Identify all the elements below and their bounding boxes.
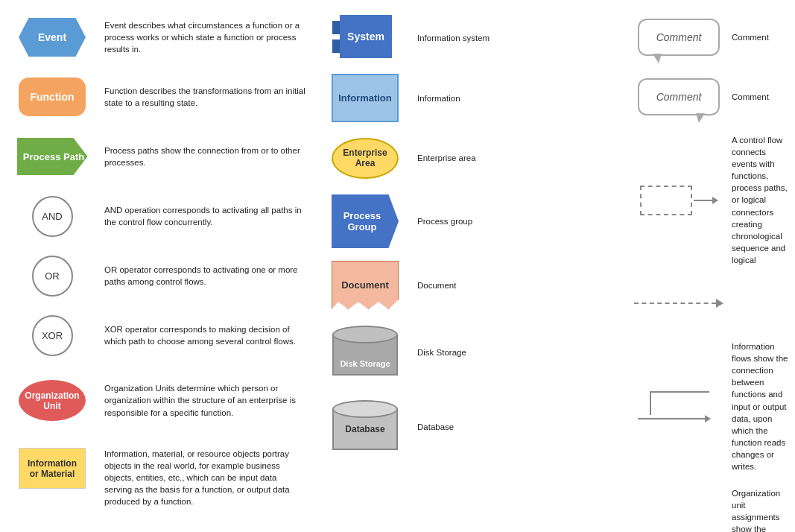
- col3: Comment Comment Comment Comment: [626, 7, 795, 532]
- info-horiz-line: [638, 418, 705, 419]
- col2-shape-enterprise: Enterprise Area: [320, 138, 410, 179]
- information-label: Information: [338, 92, 392, 104]
- and-desc: AND operation corresponds to activating …: [97, 204, 305, 228]
- comment2-text: Comment: [656, 91, 702, 103]
- control-flow-line: [694, 200, 712, 201]
- comment1-text: Comment: [656, 31, 702, 43]
- col2: System Information system Information In…: [313, 7, 626, 532]
- and-shape: AND: [32, 196, 73, 237]
- row-database: Database Database: [313, 390, 626, 464]
- dashed-line-arrow: [634, 299, 723, 308]
- shape-area-event: Event: [7, 18, 97, 57]
- document-label: Document: [341, 279, 389, 291]
- row-event: Event Event describes what circumstances…: [0, 7, 313, 67]
- database-shape: Database: [332, 400, 398, 454]
- shape-area-org-unit: Organization Unit: [7, 380, 97, 421]
- xor-shape: XOR: [32, 315, 73, 356]
- col2-shape-document: Document: [320, 261, 410, 309]
- function-shape: Function: [19, 77, 86, 116]
- info-material-shape: Information or Material: [19, 448, 86, 489]
- col2-shape-database: Database: [320, 400, 410, 454]
- info-material-desc: Information, material, or resource objec…: [97, 448, 305, 507]
- sys-bar-left: [332, 21, 340, 34]
- row-function: Function Function describes the transfor…: [0, 67, 313, 127]
- process-path-desc: Process paths show the connection from o…: [97, 145, 305, 168]
- control-flow-shape: [640, 186, 718, 215]
- comment1-desc: Comment: [727, 31, 791, 43]
- info-material-label: Information or Material: [22, 458, 82, 479]
- or-desc: OR operator corresponds to activating on…: [97, 264, 305, 288]
- org-flow-desc: Organization unit assignments show the c…: [727, 487, 791, 532]
- col3-shape-control-flow: [630, 186, 727, 215]
- info-flow-desc: Information flows show the connection be…: [727, 341, 791, 472]
- row-and: AND AND operation corresponds to activat…: [0, 186, 313, 246]
- row-system: System Information system: [313, 7, 626, 68]
- col3-shape-comment2: Comment: [630, 75, 727, 119]
- and-label: AND: [42, 211, 62, 222]
- process-path-shape: Process Path: [17, 138, 88, 175]
- shape-area-process-path: Process Path: [7, 138, 97, 175]
- row-disk-storage: Disk Storage Disk Storage: [313, 315, 626, 390]
- information-sublabel: Information: [410, 94, 460, 103]
- org-unit-shape: Organization Unit: [19, 380, 86, 421]
- info-vert-line: [650, 393, 651, 415]
- process-group-sublabel: Process group: [410, 217, 472, 226]
- function-desc: Function describes the transformations f…: [97, 85, 305, 109]
- row-comment1: Comment Comment: [626, 7, 795, 67]
- row-org-unit: Organization Unit Organization Units det…: [0, 365, 313, 436]
- or-shape: OR: [32, 256, 73, 297]
- row-xor: XOR XOR operator corresponds to making d…: [0, 305, 313, 365]
- disk-top: [332, 326, 398, 343]
- event-desc: Event describes what circumstances a fun…: [97, 19, 305, 55]
- database-label: Database: [345, 424, 384, 434]
- shape-area-info-material: Information or Material: [7, 448, 97, 489]
- document-shape: Document: [332, 261, 399, 309]
- row-comment2: Comment Comment: [626, 67, 795, 127]
- process-path-label: Process Path: [23, 151, 84, 162]
- enterprise-area-label: Enterprise Area: [333, 148, 397, 168]
- row-process-group: Process Group Process group: [313, 188, 626, 255]
- or-label: OR: [45, 270, 60, 282]
- shape-area-xor: XOR: [7, 315, 97, 356]
- disk-sublabel: Disk Storage: [410, 348, 466, 357]
- row-org-flow: Organization unit assignments show the c…: [626, 480, 795, 532]
- process-group-arrow: Process Group: [332, 194, 399, 248]
- row-document: Document Document: [313, 255, 626, 315]
- info-flow-shape: [638, 391, 720, 422]
- comment-bubble-2: Comment: [638, 78, 720, 115]
- col2-shape-system: System: [320, 13, 410, 62]
- information-shape: Information: [332, 74, 399, 122]
- row-control-flow: A control flow connects events with func…: [626, 127, 795, 273]
- db-top: [332, 400, 398, 418]
- disk-label: Disk Storage: [340, 359, 390, 368]
- system-sublabel: Information system: [410, 34, 490, 42]
- document-sublabel: Document: [410, 281, 456, 290]
- row-information: Information Information: [313, 68, 626, 128]
- legend-container: Event Event describes what circumstances…: [0, 0, 795, 532]
- enterprise-area-shape: Enterprise Area: [332, 138, 399, 179]
- dashed-line: [634, 303, 716, 304]
- process-group-label: Process Group: [332, 210, 393, 232]
- control-flow-desc: A control flow connects events with func…: [727, 134, 791, 266]
- col3-shape-dashed-line: [630, 299, 727, 308]
- info-top-line: [650, 391, 709, 393]
- info-bottom-row: [638, 415, 711, 422]
- row-dashed-line: [626, 273, 795, 333]
- dashed-arrowhead: [716, 299, 723, 308]
- enterprise-area-sublabel: Enterprise area: [410, 153, 476, 162]
- row-enterprise-area: Enterprise Area Enterprise area: [313, 128, 626, 188]
- event-label: Event: [38, 31, 66, 43]
- info-arrowhead: [705, 415, 711, 422]
- row-process-path: Process Path Process paths show the conn…: [0, 127, 313, 186]
- system-label: System: [340, 15, 392, 58]
- process-group-shape: Process Group: [332, 194, 399, 248]
- comment-bubble-1: Comment: [638, 19, 720, 56]
- org-unit-desc: Organization Units determine which perso…: [97, 382, 305, 418]
- sys-bar-left2: [332, 39, 340, 53]
- control-flow-arrow: [694, 197, 718, 204]
- shape-area-or: OR: [7, 256, 97, 297]
- shape-area-and: AND: [7, 196, 97, 237]
- shape-area-function: Function: [7, 77, 97, 116]
- comment2-desc: Comment: [727, 91, 791, 103]
- row-info-material: Information or Material Information, mat…: [0, 436, 313, 518]
